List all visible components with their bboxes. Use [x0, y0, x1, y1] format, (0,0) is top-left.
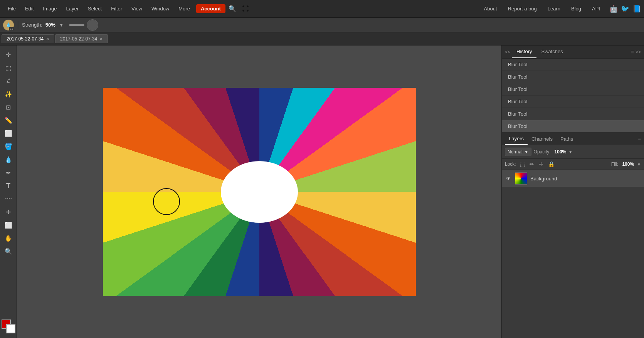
- magic-wand-tool[interactable]: ✨: [2, 88, 15, 100]
- blend-opacity-row: Normal ▼ Opacity: 100% ▼: [502, 145, 644, 159]
- layers-section: Layers Channels Paths ≡ Normal ▼ Opacity…: [502, 133, 644, 338]
- background-color-swatch[interactable]: [6, 324, 15, 333]
- menu-more[interactable]: More: [174, 4, 195, 13]
- crop-tool[interactable]: ⊡: [2, 101, 15, 113]
- menu-select[interactable]: Select: [83, 4, 106, 13]
- tab-history[interactable]: History: [512, 45, 536, 58]
- strength-value: 50%: [45, 22, 55, 28]
- strength-dropdown-arrow[interactable]: ▼: [59, 23, 64, 27]
- canvas-image[interactable]: [103, 88, 416, 296]
- fullscreen-button[interactable]: ⛶: [239, 4, 252, 14]
- collapse-left-btn[interactable]: <<: [503, 48, 512, 56]
- tab-2-label: 2017-05-22-07-34: [60, 36, 97, 42]
- eraser-tool[interactable]: ⬜: [2, 127, 15, 140]
- fill-tool[interactable]: 🪣: [2, 140, 15, 153]
- lasso-tool[interactable]: 𝓛: [2, 75, 15, 87]
- layers-tab-channels[interactable]: Channels: [528, 133, 557, 145]
- toolbox: ✛ ⬚ 𝓛 ✨ ⊡ ✏️ ⬜ 🪣 💧 ✒ T 〰 ✛ ⬜ ✋ 🔍: [0, 45, 17, 338]
- lock-move-btn[interactable]: ✛: [538, 160, 544, 168]
- history-item-5[interactable]: Blur Tool: [502, 120, 644, 133]
- lock-label: Lock:: [505, 161, 516, 167]
- hand-tool[interactable]: ✋: [2, 232, 15, 244]
- lock-fill-row: Lock: ⬚ ✏ ✛ 🔒 Fill: 100% ▼: [502, 159, 644, 170]
- tab-2-close[interactable]: ✕: [99, 37, 103, 41]
- tab-1-close[interactable]: ✕: [46, 37, 49, 41]
- menu-blog[interactable]: Blog: [567, 4, 586, 13]
- menu-edit[interactable]: Edit: [20, 4, 38, 13]
- menu-image[interactable]: Image: [38, 4, 61, 13]
- social-icons: 🤖 🐦 📘: [609, 5, 641, 13]
- layer-visibility-eye[interactable]: 👁: [505, 175, 512, 182]
- history-item-2[interactable]: Blur Tool: [502, 83, 644, 96]
- menu-filter[interactable]: Filter: [106, 4, 127, 13]
- tabs-bar: 2017-05-22-07-34 ✕ 2017-05-22-07-34 ✕: [0, 32, 644, 45]
- pen-tool[interactable]: ✒: [2, 166, 15, 179]
- menu-window[interactable]: Window: [147, 4, 174, 13]
- blend-mode-value: Normal: [508, 149, 523, 155]
- move-tool[interactable]: ✛: [2, 49, 15, 61]
- menu-right: About Report a bug Learn Blog API 🤖 🐦 📘: [479, 4, 641, 13]
- history-panel-header: << History Swatches ≡ >>: [502, 45, 644, 59]
- panel-tabs: History Swatches: [512, 45, 631, 58]
- strength-label: Strength:: [22, 22, 42, 28]
- blur-tool[interactable]: 💧: [2, 153, 15, 166]
- heal-tool[interactable]: ✛: [2, 206, 15, 218]
- menu-layer[interactable]: Layer: [62, 4, 84, 13]
- blend-mode-select[interactable]: Normal ▼: [505, 148, 531, 156]
- color-swatches: [2, 320, 15, 333]
- reddit-icon[interactable]: 🤖: [609, 5, 618, 13]
- main-area: ✛ ⬚ 𝓛 ✨ ⊡ ✏️ ⬜ 🪣 💧 ✒ T 〰 ✛ ⬜ ✋ 🔍: [0, 45, 644, 338]
- canvas-area[interactable]: [17, 45, 501, 338]
- foreground-color-tool[interactable]: 💧 91: [3, 20, 14, 30]
- fill-value: 100%: [622, 161, 634, 167]
- right-panel: << History Swatches ≡ >> Blur Tool Blur …: [501, 45, 644, 338]
- brush-size-badge: 91: [9, 27, 14, 30]
- twitter-icon[interactable]: 🐦: [621, 5, 629, 13]
- blend-mode-arrow: ▼: [524, 149, 529, 155]
- opacity-dropdown-arrow[interactable]: ▼: [568, 150, 572, 154]
- history-item-3[interactable]: Blur Tool: [502, 96, 644, 108]
- brush-tool active[interactable]: ✏️: [2, 114, 15, 126]
- facebook-icon[interactable]: 📘: [632, 5, 641, 13]
- menu-report-bug[interactable]: Report a bug: [503, 4, 541, 13]
- layer-row-background[interactable]: 👁 Background: [502, 170, 644, 187]
- canvas-white-center: [221, 161, 298, 223]
- tab-2[interactable]: 2017-05-22-07-34 ✕: [55, 34, 108, 43]
- fill-label: Fill:: [611, 161, 619, 167]
- text-tool[interactable]: T: [2, 180, 15, 192]
- opacity-value: 100%: [555, 149, 567, 155]
- menu-learn[interactable]: Learn: [543, 4, 565, 13]
- layers-panel-menu[interactable]: ≡: [638, 136, 641, 142]
- history-items: Blur Tool Blur Tool Blur Tool Blur Tool …: [502, 59, 644, 133]
- fill-dropdown-arrow[interactable]: ▼: [637, 162, 641, 166]
- zoom-tool[interactable]: 🔍: [2, 245, 15, 257]
- search-button[interactable]: 🔍: [225, 3, 239, 14]
- tab-swatches[interactable]: Swatches: [536, 45, 567, 58]
- history-item-0[interactable]: Blur Tool: [502, 59, 644, 71]
- layer-name: Background: [530, 176, 557, 182]
- layers-tabs-bar: Layers Channels Paths ≡: [502, 133, 644, 145]
- lock-draw-btn[interactable]: ✏: [529, 160, 535, 168]
- toolbar: 💧 91 Strength: 50% ▼: [0, 18, 644, 32]
- menu-file[interactable]: File: [3, 4, 20, 13]
- layers-tab-layers[interactable]: Layers: [505, 133, 528, 145]
- layers-tab-paths[interactable]: Paths: [557, 133, 577, 145]
- marquee-tool[interactable]: ⬚: [2, 62, 15, 74]
- menu-view[interactable]: View: [127, 4, 147, 13]
- separator-1: [18, 21, 18, 29]
- collapse-right-btn[interactable]: >>: [634, 48, 642, 56]
- history-item-1[interactable]: Blur Tool: [502, 71, 644, 83]
- opacity-label: Opacity:: [534, 149, 551, 155]
- menu-about[interactable]: About: [479, 4, 502, 13]
- rect-shape-tool[interactable]: ⬜: [2, 219, 15, 231]
- menu-account[interactable]: Account: [196, 4, 225, 13]
- smudge-tool[interactable]: 〰: [2, 193, 15, 205]
- tab-1[interactable]: 2017-05-22-07-34 ✕: [2, 34, 54, 43]
- brush-round-preview: [87, 19, 98, 31]
- lock-all-btn[interactable]: 🔒: [547, 160, 555, 168]
- lock-transparent-btn[interactable]: ⬚: [519, 160, 526, 168]
- canvas-wrapper: [103, 88, 416, 296]
- history-item-4[interactable]: Blur Tool: [502, 108, 644, 120]
- menu-api[interactable]: API: [587, 4, 605, 13]
- history-panel-menu[interactable]: ≡: [631, 49, 634, 55]
